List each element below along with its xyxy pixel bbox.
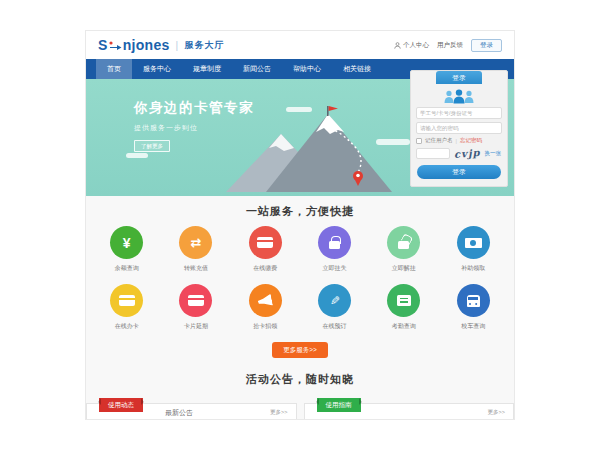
guide-more-link[interactable]: 更多>> xyxy=(488,409,505,416)
service-item-11[interactable]: 校车查询 xyxy=(438,284,507,331)
service-item-6[interactable]: 在线办卡 xyxy=(92,284,161,331)
service-item-7[interactable]: 卡片延期 xyxy=(161,284,230,331)
mountains-illustration xyxy=(206,106,416,196)
nav-item-0[interactable]: 首页 xyxy=(96,59,132,79)
logo-divider: | xyxy=(176,40,179,51)
header-login-button[interactable]: 登录 xyxy=(471,39,502,52)
remember-label[interactable]: 记住用户名 xyxy=(425,137,453,144)
personal-center-link[interactable]: 个人中心 xyxy=(394,41,429,50)
card-icon xyxy=(257,237,273,248)
cloud-shape xyxy=(126,153,148,158)
service-item-0[interactable]: ¥余额查询 xyxy=(92,226,161,273)
options-separator: | xyxy=(456,138,457,144)
nav-item-4[interactable]: 帮助中心 xyxy=(282,59,332,79)
news-ribbon-tab[interactable]: 使用动态 xyxy=(99,398,143,412)
header-right: 个人中心 用户反馈 登录 xyxy=(394,39,502,52)
card-icon xyxy=(188,295,204,306)
brand-logo[interactable]: S njones | 服务大厅 xyxy=(98,37,224,53)
card-icon xyxy=(119,295,135,306)
guide-ribbon-tab[interactable]: 使用指南 xyxy=(317,398,361,412)
captcha-input[interactable] xyxy=(416,148,450,159)
captcha-image[interactable]: cvjp xyxy=(454,147,481,160)
service-label: 在线缴费 xyxy=(253,264,277,273)
lower-sections: 一站服务，方便快捷 ¥余额查询⇄转账充值在线缴费立即挂失立即解挂补助领取在线办卡… xyxy=(86,196,514,420)
service-label: 在线预订 xyxy=(323,322,347,331)
service-label: 转账充值 xyxy=(184,264,208,273)
service-item-10[interactable]: 考勤查询 xyxy=(369,284,438,331)
edit-icon: ✎ xyxy=(330,295,340,307)
service-item-9[interactable]: ✎在线预订 xyxy=(300,284,369,331)
service-circle xyxy=(110,284,143,317)
service-circle xyxy=(387,226,420,259)
service-circle: ⇄ xyxy=(179,226,212,259)
portal-title: 服务大厅 xyxy=(184,39,224,52)
service-circle: ✎ xyxy=(318,284,351,317)
service-item-8[interactable]: 拾卡招领 xyxy=(231,284,300,331)
service-circle xyxy=(457,226,490,259)
service-circle xyxy=(249,226,282,259)
yen-icon: ¥ xyxy=(123,236,131,250)
user-icon xyxy=(394,42,401,49)
password-input[interactable] xyxy=(416,122,502,134)
activity-panels: 使用动态 最新公告 更多>> 使用指南 更多>> xyxy=(86,403,514,420)
service-item-4[interactable]: 立即解挂 xyxy=(369,226,438,273)
login-submit-button[interactable]: 登录 xyxy=(417,165,501,179)
service-circle xyxy=(387,284,420,317)
captcha-refresh-link[interactable]: 换一张 xyxy=(485,150,502,157)
news-more-link[interactable]: 更多>> xyxy=(270,409,287,416)
banknote-icon xyxy=(465,238,482,248)
service-item-1[interactable]: ⇄转账充值 xyxy=(161,226,230,273)
logo-text-suffix: njones xyxy=(123,37,170,53)
nav-item-3[interactable]: 新闻公告 xyxy=(232,59,282,79)
service-label: 校车查询 xyxy=(461,322,485,331)
nav-item-1[interactable]: 服务中心 xyxy=(132,59,182,79)
service-label: 立即解挂 xyxy=(392,264,416,273)
services-grid: ¥余额查询⇄转账充值在线缴费立即挂失立即解挂补助领取在线办卡卡片延期拾卡招领✎在… xyxy=(86,226,514,342)
service-label: 立即挂失 xyxy=(323,264,347,273)
nav-item-5[interactable]: 相关链接 xyxy=(332,59,382,79)
service-item-5[interactable]: 补助领取 xyxy=(438,226,507,273)
hero-cta-button[interactable]: 了解更多 xyxy=(134,140,170,152)
service-circle xyxy=(457,284,490,317)
service-circle xyxy=(249,284,282,317)
remember-checkbox[interactable] xyxy=(416,138,422,144)
service-label: 在线办卡 xyxy=(115,322,139,331)
news-panel: 使用动态 最新公告 更多>> xyxy=(86,403,297,420)
login-tab[interactable]: 登录 xyxy=(436,71,482,84)
service-label: 卡片延期 xyxy=(184,322,208,331)
bus-icon xyxy=(467,295,480,307)
portal-page: S njones | 服务大厅 个人中心 用户反馈 登录 xyxy=(85,30,515,420)
service-label: 余额查询 xyxy=(115,264,139,273)
service-label: 补助领取 xyxy=(461,264,485,273)
unlock-icon xyxy=(398,241,409,249)
service-label: 拾卡招领 xyxy=(253,322,277,331)
service-label: 考勤查询 xyxy=(392,322,416,331)
service-circle: ¥ xyxy=(110,226,143,259)
service-item-2[interactable]: 在线缴费 xyxy=(231,226,300,273)
service-circle xyxy=(179,284,212,317)
latest-announcements-tab[interactable]: 最新公告 xyxy=(165,408,193,418)
account-input[interactable] xyxy=(416,107,502,119)
list-icon xyxy=(397,295,411,306)
service-item-3[interactable]: 立即挂失 xyxy=(300,226,369,273)
activities-title: 活动公告，随时知晓 xyxy=(86,372,514,387)
more-services-button[interactable]: 更多服务>> xyxy=(272,342,328,358)
users-icon xyxy=(411,88,507,104)
nav-item-2[interactable]: 规章制度 xyxy=(182,59,232,79)
services-title: 一站服务，方便快捷 xyxy=(86,204,514,219)
login-options: 记住用户名 | 忘记密码 xyxy=(416,137,502,144)
logo-arrow-icon xyxy=(109,37,122,53)
forgot-password-link[interactable]: 忘记密码 xyxy=(460,137,482,144)
feedback-link[interactable]: 用户反馈 xyxy=(437,41,463,50)
transfer-icon: ⇄ xyxy=(190,236,201,249)
login-panel: 登录 记住用户名 | 忘记密码 c xyxy=(410,70,508,187)
hero-banner: 你身边的卡管专家 提供服务一步到位 了解更多 登录 xyxy=(86,79,514,196)
captcha-row: cvjp 换一张 xyxy=(416,148,502,159)
megaphone-icon xyxy=(257,293,273,308)
service-circle xyxy=(318,226,351,259)
guide-panel: 使用指南 更多>> xyxy=(304,403,515,420)
header: S njones | 服务大厅 个人中心 用户反馈 登录 xyxy=(86,31,514,59)
lock-icon xyxy=(329,241,340,249)
logo-text-prefix: S xyxy=(98,37,108,53)
